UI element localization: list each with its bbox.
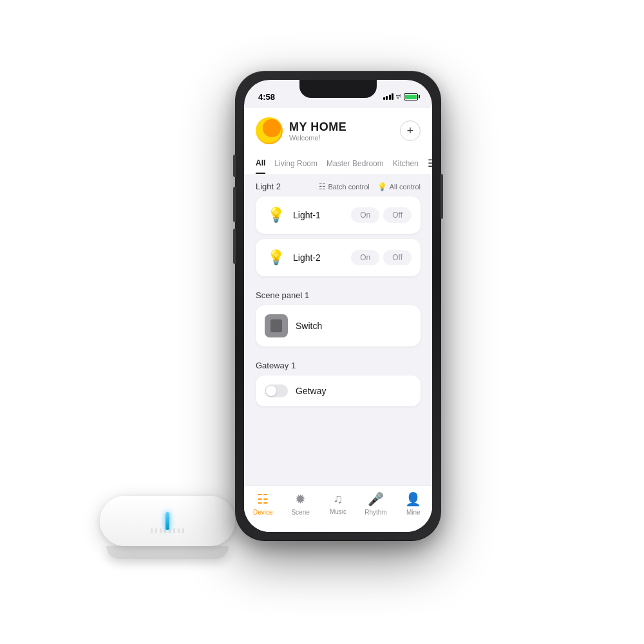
rhythm-nav-icon: 🎤 [368,491,384,507]
device-nav-icon: ☷ [257,491,269,507]
main-scroll: MY HOME Welcome! + All Living Room Maste… [244,108,432,486]
tab-all[interactable]: All [256,158,265,174]
music-nav-label: Music [330,508,346,515]
light-2-left: 💡 Light-2 [265,247,321,269]
light-1-card: 💡 Light-1 On Off [256,196,421,234]
scene-nav-label: Scene [291,509,309,516]
tab-master-bedroom[interactable]: Master Bedroom [327,159,384,173]
add-button[interactable]: + [400,120,421,141]
light-2-off-button[interactable]: Off [383,250,412,265]
phone-screen: 4:58 ▿ᵎ [244,80,432,532]
gateway-dot [266,386,276,396]
bulb-2-icon: 💡 [267,249,285,266]
light-section-controls: ☷ Batch control 💡 All control [319,182,421,191]
notch [299,80,377,98]
light-2-card: 💡 Light-2 On Off [256,239,421,276]
scene-section-title: Scene panel 1 [256,290,309,300]
hub-base [106,546,229,559]
light-2-on-button[interactable]: On [351,250,379,265]
bottom-nav: ☷ Device ✹ Scene ♫ Music 🎤 [244,486,432,532]
switch-icon-wrap [265,314,288,337]
scene-section: Scene panel 1 Switch [244,284,432,354]
home-subtitle: Welcome! [289,134,346,142]
volume-up-button [233,187,236,222]
gateway-section-header: Gateway 1 [256,361,421,370]
nav-music[interactable]: ♫ Music [319,491,357,515]
switch-card[interactable]: Switch [256,305,421,346]
phone-wrapper: 4:58 ▿ᵎ [235,71,441,541]
music-nav-icon: ♫ [334,491,343,506]
status-icons: ▿ᵎ [383,92,419,101]
mine-nav-icon: 👤 [405,491,421,507]
home-title: MY HOME [289,120,346,134]
batch-control-button[interactable]: ☷ Batch control [319,182,370,191]
all-control-button[interactable]: 💡 All control [377,182,421,191]
mute-button [233,155,236,177]
header-text: MY HOME Welcome! [289,120,346,142]
all-control-icon: 💡 [377,182,387,191]
header-left: MY HOME Welcome! [256,117,346,144]
rhythm-nav-label: Rhythm [365,509,386,516]
tab-kitchen[interactable]: Kitchen [393,159,419,173]
wifi-icon: ▿ᵎ [396,92,401,101]
light-1-name: Light-1 [293,210,321,220]
mine-nav-label: Mine [406,509,421,516]
room-tabs: All Living Room Master Bedroom Kitchen ☰ [244,152,432,175]
tab-menu-icon[interactable]: ☰ [428,157,432,175]
gateway-icon [265,384,288,397]
volume-down-button [233,229,236,264]
nav-scene[interactable]: ✹ Scene [281,491,319,516]
light-section: Light 2 ☷ Batch control 💡 All control [244,175,432,284]
gateway-section: Gateway 1 Getway [244,354,432,414]
home-avatar [256,117,283,144]
light-1-on-button[interactable]: On [351,207,379,223]
all-control-label: All control [390,183,421,191]
light-1-left: 💡 Light-1 [265,204,321,226]
svg-point-1 [263,119,281,137]
gateway-name: Getway [296,386,326,396]
hub-device [100,496,235,560]
app-content: MY HOME Welcome! + All Living Room Maste… [244,108,432,532]
batch-control-label: Batch control [328,183,370,191]
tab-living-room[interactable]: Living Room [274,159,317,173]
light-2-name: Light-2 [293,252,321,263]
scene-container: 4:58 ▿ᵎ [0,0,644,644]
hub-vents [151,528,184,533]
hub-led [166,512,169,530]
light-section-header: Light 2 ☷ Batch control 💡 All control [256,182,421,191]
light-1-off-button[interactable]: Off [383,207,412,223]
gateway-section-title: Gateway 1 [256,361,296,370]
light-section-title: Light 2 [256,182,281,191]
hub-body [100,496,235,546]
battery-icon [404,93,418,100]
light-1-actions: On Off [351,207,412,223]
power-button [440,174,443,219]
scene-nav-icon: ✹ [295,491,306,507]
phone-shell: 4:58 ▿ᵎ [235,71,441,541]
gateway-card[interactable]: Getway [256,375,421,406]
light-2-actions: On Off [351,250,412,265]
nav-device[interactable]: ☷ Device [244,491,281,516]
app-header: MY HOME Welcome! + [244,108,432,152]
nav-rhythm[interactable]: 🎤 Rhythm [357,491,394,516]
light-1-icon-wrap: 💡 [265,204,287,226]
switch-name: Switch [296,321,322,331]
signal-bars-icon [383,93,394,100]
bulb-icon: 💡 [267,207,285,223]
switch-icon [270,319,282,332]
device-nav-label: Device [253,509,273,516]
scene-section-header: Scene panel 1 [256,290,421,300]
batch-control-icon: ☷ [319,182,326,191]
status-time: 4:58 [258,92,275,102]
light-2-icon-wrap: 💡 [265,247,287,269]
nav-mine[interactable]: 👤 Mine [395,491,432,516]
